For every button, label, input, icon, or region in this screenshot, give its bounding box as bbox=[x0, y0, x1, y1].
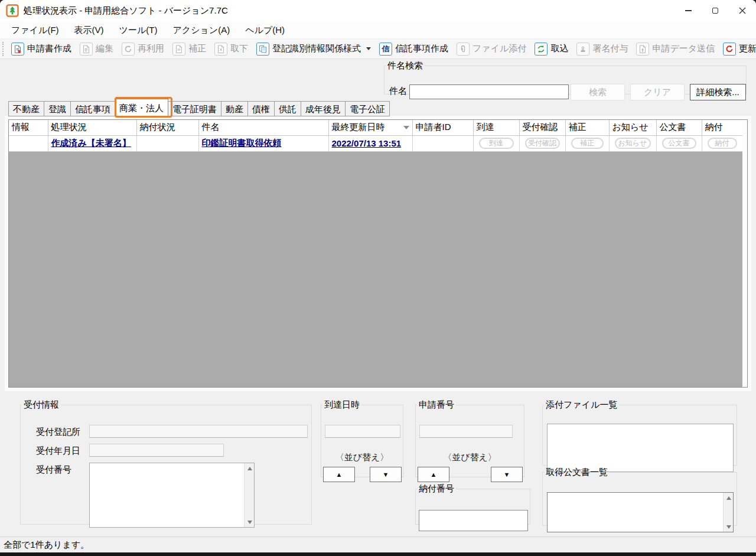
amend-document-icon bbox=[172, 43, 185, 56]
col-notice[interactable]: お知らせ bbox=[609, 120, 656, 135]
menu-file[interactable]: ファイル(F) bbox=[4, 21, 67, 39]
category-tabs: 不動産 登識 信託事項 商業・法人 電子証明書 動産 債権 供託 成年後見 電子… bbox=[8, 99, 389, 116]
col-applicant-id[interactable]: 申請者ID bbox=[412, 120, 473, 135]
public-documents-scrollbar[interactable] bbox=[723, 493, 733, 532]
reception-info-group: 受付情報 受付登記所 受付年月日 受付番号 bbox=[20, 399, 312, 525]
public-documents-group: 取得公文書一覧 bbox=[542, 467, 737, 526]
notice-pill-button: お知らせ bbox=[615, 138, 651, 149]
refresh-label: 更新 bbox=[739, 43, 756, 54]
tab-adult-guardianship[interactable]: 成年後見 bbox=[301, 101, 346, 116]
status-bar: 全部で1件あります。 bbox=[0, 537, 756, 552]
app-icon bbox=[6, 4, 19, 17]
window-title: 処理状況表示 - 申請用総合ソフト - バージョン7.7C bbox=[24, 5, 228, 17]
tab-registration-id[interactable]: 登識 bbox=[44, 101, 71, 116]
title-bar: 処理状況表示 - 申請用総合ソフト - バージョン7.7C bbox=[0, 0, 756, 21]
col-info[interactable]: 情報 bbox=[9, 120, 48, 135]
reception-number-box[interactable] bbox=[89, 463, 255, 528]
tab-real-estate[interactable]: 不動産 bbox=[8, 101, 44, 116]
scroll-up-icon[interactable] bbox=[724, 493, 734, 503]
sign-label: 署名付与 bbox=[592, 43, 628, 54]
tab-claims[interactable]: 債権 bbox=[247, 101, 275, 116]
reception-office-label: 受付登記所 bbox=[36, 427, 80, 438]
cell-payment: 納付 bbox=[702, 135, 742, 151]
menu-view[interactable]: 表示(V) bbox=[67, 21, 112, 39]
tab-trust[interactable]: 信託事項 bbox=[70, 101, 115, 116]
withdraw-label: 取下 bbox=[230, 43, 248, 54]
arrival-sort-down-button[interactable]: ▼ bbox=[370, 467, 402, 482]
close-button[interactable] bbox=[729, 0, 756, 21]
minimize-button[interactable] bbox=[674, 0, 702, 21]
subject-link[interactable]: 印鑑証明書取得依頼 bbox=[202, 138, 282, 148]
send-upload-icon bbox=[636, 43, 649, 56]
table-row: 作成済み【未署名】 印鑑証明書取得依頼 2022/07/13 13:51 到達 … bbox=[9, 135, 742, 151]
tab-commercial-corporate[interactable]: 商業・法人 bbox=[115, 99, 168, 116]
arrival-datetime-field bbox=[325, 425, 400, 438]
edit-document-icon bbox=[80, 43, 93, 56]
application-number-sort-down-button[interactable]: ▼ bbox=[491, 467, 523, 482]
subject-label: 件名 bbox=[389, 86, 407, 97]
col-public-document[interactable]: 公文書 bbox=[656, 120, 702, 135]
advanced-search-button[interactable]: 詳細検索... bbox=[690, 84, 746, 100]
signature-stamp-icon bbox=[576, 43, 589, 56]
grid-vertical-scrollbar[interactable] bbox=[742, 120, 747, 387]
amend-button: 補正 bbox=[168, 41, 210, 57]
tab-movables[interactable]: 動産 bbox=[221, 101, 248, 116]
attachment-listbox[interactable] bbox=[547, 424, 734, 472]
cell-payment-status bbox=[136, 135, 198, 151]
reception-date-label: 受付年月日 bbox=[36, 446, 80, 457]
arrival-datetime-group: 到達日時 〈並び替え〉 ▲ ▼ bbox=[321, 399, 403, 477]
amend-label: 補正 bbox=[188, 43, 206, 54]
maximize-button[interactable] bbox=[702, 0, 729, 21]
clear-button: クリア bbox=[630, 84, 685, 100]
tab-e-notarization[interactable]: 電子公証 bbox=[345, 101, 390, 116]
arrival-sort-up-button[interactable]: ▲ bbox=[323, 467, 355, 482]
reception-number-scrollbar[interactable] bbox=[244, 463, 254, 527]
payment-number-field[interactable] bbox=[419, 510, 528, 531]
col-processing-status[interactable]: 処理状況 bbox=[48, 120, 136, 135]
send-data-label: 申請データ送信 bbox=[652, 43, 715, 54]
trust-create-button[interactable]: 信 信託事項作成 bbox=[375, 41, 452, 57]
col-subject[interactable]: 件名 bbox=[198, 120, 328, 135]
subject-search-input[interactable] bbox=[409, 84, 569, 99]
reception-number-label: 受付番号 bbox=[36, 464, 71, 476]
close-icon bbox=[739, 7, 746, 14]
col-arrival[interactable]: 到達 bbox=[473, 120, 519, 135]
table-header-row: 情報 処理状況 納付状況 件名 最終更新日時 申請者ID 到達 受付確認 補正 … bbox=[9, 120, 742, 135]
scroll-down-icon[interactable] bbox=[724, 522, 734, 532]
col-amend[interactable]: 補正 bbox=[565, 120, 609, 135]
col-receipt-confirm[interactable]: 受付確認 bbox=[519, 120, 565, 135]
toolbar-grip[interactable] bbox=[2, 42, 4, 56]
edit-label: 編集 bbox=[96, 43, 113, 54]
col-payment-status[interactable]: 納付状況 bbox=[136, 120, 198, 135]
tab-deposit[interactable]: 供託 bbox=[274, 101, 301, 116]
maximize-icon bbox=[712, 8, 718, 14]
registration-forms-button[interactable]: 登記識別情報関係様式 bbox=[252, 41, 375, 57]
menu-help[interactable]: ヘルプ(H) bbox=[237, 21, 292, 39]
reuse-label: 再利用 bbox=[138, 43, 164, 54]
public-documents-listbox[interactable] bbox=[547, 492, 734, 532]
col-last-updated[interactable]: 最終更新日時 bbox=[328, 120, 412, 135]
menu-tools[interactable]: ツール(T) bbox=[112, 21, 165, 39]
application-number-sort-up-button[interactable]: ▲ bbox=[418, 467, 449, 482]
processing-status-link[interactable]: 作成済み【未署名】 bbox=[51, 138, 131, 148]
scroll-up-icon[interactable] bbox=[245, 463, 255, 473]
status-message: 全部で1件あります。 bbox=[4, 539, 89, 551]
last-updated-link[interactable]: 2022/07/13 13:51 bbox=[332, 138, 402, 148]
menu-action[interactable]: アクション(A) bbox=[165, 21, 237, 39]
paperclip-icon bbox=[457, 43, 470, 56]
tab-e-certificate[interactable]: 電子証明書 bbox=[168, 101, 221, 116]
refresh-button[interactable]: 更新 bbox=[719, 41, 756, 57]
refresh-icon bbox=[723, 43, 736, 56]
sort-descending-icon bbox=[403, 126, 409, 129]
reception-info-legend: 受付情報 bbox=[22, 399, 61, 411]
arrival-datetime-legend: 到達日時 bbox=[322, 399, 361, 411]
col-payment[interactable]: 納付 bbox=[702, 120, 742, 135]
arrival-pill-button: 到達 bbox=[479, 138, 514, 149]
import-button[interactable]: 取込 bbox=[530, 41, 572, 57]
create-application-button[interactable]: 申請書作成 bbox=[7, 41, 76, 57]
subject-search-group: 件名検索 件名 検索 クリア 詳細検索... bbox=[384, 60, 747, 95]
create-application-label: 申請書作成 bbox=[27, 43, 71, 54]
scroll-down-icon[interactable] bbox=[245, 517, 255, 527]
status-list-grid: 情報 処理状況 納付状況 件名 最終更新日時 申請者ID 到達 受付確認 補正 … bbox=[8, 119, 748, 388]
cell-processing-status: 作成済み【未署名】 bbox=[48, 135, 136, 151]
